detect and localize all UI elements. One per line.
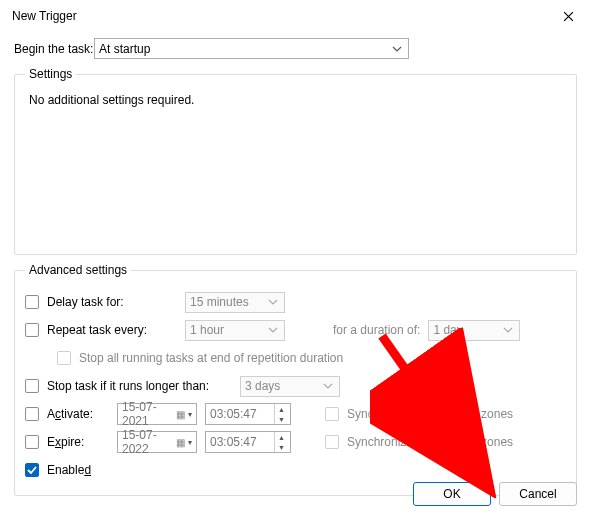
stop-all-checkbox[interactable] (57, 351, 71, 365)
enabled-row: Enabled (25, 459, 566, 481)
activate-sync-checkbox[interactable] (325, 407, 339, 421)
ok-button[interactable]: OK (413, 482, 491, 506)
activate-date-value: 15-07-2021 (122, 400, 175, 428)
expire-label: Expire: (47, 435, 109, 449)
duration-combo[interactable]: 1 day (428, 320, 520, 341)
repeat-combo[interactable]: 1 hour (185, 320, 285, 341)
delay-value: 15 minutes (190, 295, 249, 309)
calendar-icon: ▦ (175, 437, 186, 448)
stop-all-row: Stop all running tasks at end of repetit… (57, 347, 566, 369)
stopif-checkbox[interactable] (25, 379, 39, 393)
spinner-up-icon[interactable]: ▲ (275, 432, 288, 442)
activate-row: Activate: 15-07-2021 ▦ ▾ 03:05:47 ▲▼ Syn… (25, 403, 566, 425)
stopif-label: Stop task if it runs longer than: (47, 379, 232, 393)
delay-combo[interactable]: 15 minutes (185, 292, 285, 313)
duration-value: 1 day (433, 323, 462, 337)
expire-checkbox[interactable] (25, 435, 39, 449)
expire-date[interactable]: 15-07-2022 ▦ ▾ (117, 431, 197, 453)
chevron-down-icon (323, 383, 333, 389)
settings-message: No additional settings required. (25, 89, 566, 107)
stopif-combo[interactable]: 3 days (240, 376, 340, 397)
activate-time[interactable]: 03:05:47 ▲▼ (205, 403, 291, 425)
delay-checkbox[interactable] (25, 295, 39, 309)
spinner-down-icon[interactable]: ▼ (275, 442, 288, 452)
activate-sync-label: Synchronize across time zones (347, 407, 513, 421)
spinner-down-icon[interactable]: ▼ (275, 414, 288, 424)
close-icon (563, 11, 574, 22)
spinner-up-icon[interactable]: ▲ (275, 404, 288, 414)
expire-date-value: 15-07-2022 (122, 428, 175, 456)
begin-task-combo[interactable]: At startup (94, 38, 409, 59)
advanced-legend: Advanced settings (25, 263, 131, 277)
chevron-down-icon (268, 327, 278, 333)
duration-label: for a duration of: (333, 323, 420, 337)
repeat-value: 1 hour (190, 323, 224, 337)
delay-label: Delay task for: (47, 295, 177, 309)
expire-sync-wrap: Synchronize across time zones (325, 435, 513, 449)
ok-label: OK (443, 487, 460, 501)
close-button[interactable] (545, 0, 591, 32)
expire-time-value: 03:05:47 (210, 435, 257, 449)
activate-date[interactable]: 15-07-2021 ▦ ▾ (117, 403, 197, 425)
stopif-value: 3 days (245, 379, 280, 393)
chevron-down-icon (392, 46, 402, 52)
dialog-buttons: OK Cancel (413, 482, 577, 506)
chevron-down-icon (268, 299, 278, 305)
chevron-down-icon (503, 327, 513, 333)
begin-task-label: Begin the task: (14, 42, 94, 56)
stopif-row: Stop task if it runs longer than: 3 days (25, 375, 566, 397)
activate-checkbox[interactable] (25, 407, 39, 421)
activate-time-value: 03:05:47 (210, 407, 257, 421)
begin-task-row: Begin the task: At startup (14, 38, 577, 59)
delay-row: Delay task for: 15 minutes (25, 291, 566, 313)
time-spinner[interactable]: ▲▼ (274, 404, 288, 424)
expire-sync-checkbox[interactable] (325, 435, 339, 449)
calendar-icon: ▦ (175, 409, 186, 420)
expire-sync-label: Synchronize across time zones (347, 435, 513, 449)
expire-time[interactable]: 03:05:47 ▲▼ (205, 431, 291, 453)
repeat-checkbox[interactable] (25, 323, 39, 337)
enabled-checkbox[interactable] (25, 463, 39, 477)
cancel-label: Cancel (519, 487, 556, 501)
enabled-label: Enabled (47, 463, 91, 477)
begin-task-value: At startup (99, 42, 150, 56)
chevron-down-icon: ▾ (186, 438, 194, 447)
activate-sync-wrap: Synchronize across time zones (325, 407, 513, 421)
time-spinner[interactable]: ▲▼ (274, 432, 288, 452)
cancel-button[interactable]: Cancel (499, 482, 577, 506)
chevron-down-icon: ▾ (186, 410, 194, 419)
repeat-row: Repeat task every: 1 hour for a duration… (25, 319, 566, 341)
expire-row: Expire: 15-07-2022 ▦ ▾ 03:05:47 ▲▼ Synch… (25, 431, 566, 453)
activate-label: Activate: (47, 407, 109, 421)
titlebar: New Trigger (0, 0, 591, 32)
settings-group: Settings No additional settings required… (14, 67, 577, 255)
repeat-label: Repeat task every: (47, 323, 177, 337)
stop-all-label: Stop all running tasks at end of repetit… (79, 351, 343, 365)
settings-legend: Settings (25, 67, 76, 81)
window-title: New Trigger (12, 9, 545, 23)
advanced-group: Advanced settings Delay task for: 15 min… (14, 263, 577, 496)
